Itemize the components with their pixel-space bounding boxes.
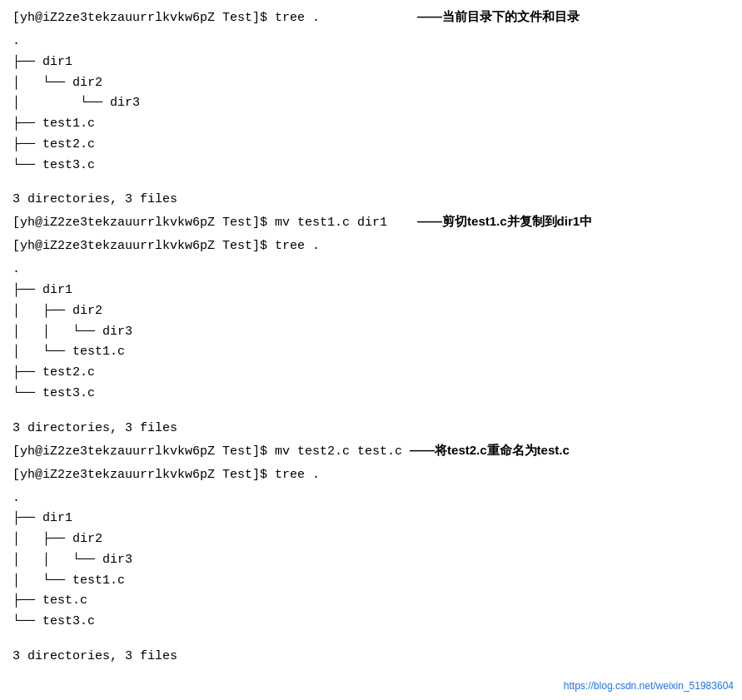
prompt-line-2: [yh@iZ2ze3tekzauurrlkvkw6pZ Test]$ mv te… xyxy=(12,213,730,236)
watermark: https://blog.csdn.net/weixin_51983604 xyxy=(564,680,734,692)
tree-output-3: .├── dir1│ ├── dir2│ │ └── dir3│ └── tes… xyxy=(12,489,730,633)
prompt-line-1: [yh@iZ2ze3tekzauurrlkvkw6pZ Test]$ tree … xyxy=(12,8,730,32)
annotation-3: ——将test2.c重命名为test.c xyxy=(410,443,570,459)
annotation-1: ——当前目录下的文件和目录 xyxy=(417,9,580,25)
prompt-line-4: [yh@iZ2ze3tekzauurrlkvkw6pZ Test]$ mv te… xyxy=(12,442,730,465)
prompt-line-5: [yh@iZ2ze3tekzauurrlkvkw6pZ Test]$ tree … xyxy=(12,465,730,485)
annotation-2: ——剪切test1.c并复制到dir1中 xyxy=(417,214,592,230)
prompt-line-3: [yh@iZ2ze3tekzauurrlkvkw6pZ Test]$ tree … xyxy=(12,236,730,256)
summary-3: 3 directories, 3 files xyxy=(12,647,730,667)
prompt-text-2: [yh@iZ2ze3tekzauurrlkvkw6pZ Test]$ mv te… xyxy=(12,213,417,233)
prompt-text-4: [yh@iZ2ze3tekzauurrlkvkw6pZ Test]$ mv te… xyxy=(12,442,410,462)
tree-output-2: .├── dir1│ ├── dir2│ │ └── dir3│ └── tes… xyxy=(12,260,730,404)
section-2: [yh@iZ2ze3tekzauurrlkvkw6pZ Test]$ mv te… xyxy=(12,213,730,438)
terminal-container: [yh@iZ2ze3tekzauurrlkvkw6pZ Test]$ tree … xyxy=(12,8,730,667)
prompt-text-1: [yh@iZ2ze3tekzauurrlkvkw6pZ Test]$ tree … xyxy=(12,8,417,28)
section-3: [yh@iZ2ze3tekzauurrlkvkw6pZ Test]$ mv te… xyxy=(12,442,730,667)
summary-1: 3 directories, 3 files xyxy=(12,190,730,210)
tree-output-1: .├── dir1│ └── dir2│ └── dir3├── test1.c… xyxy=(12,32,730,176)
section-1: [yh@iZ2ze3tekzauurrlkvkw6pZ Test]$ tree … xyxy=(12,8,730,210)
summary-2: 3 directories, 3 files xyxy=(12,419,730,439)
